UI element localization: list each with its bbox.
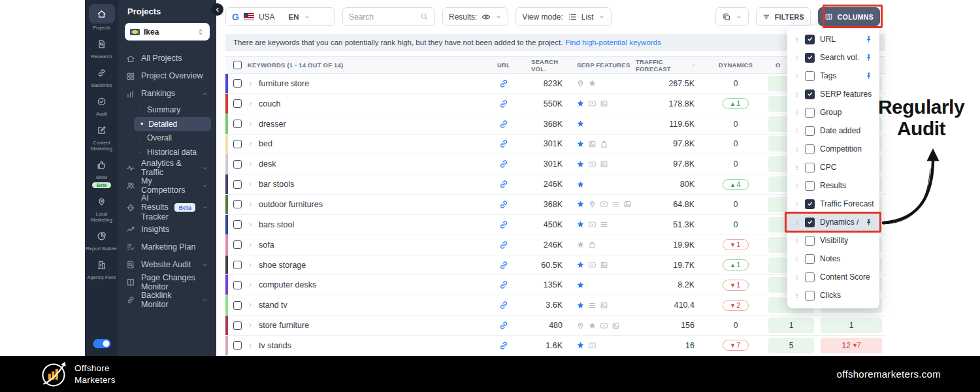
expand-row-icon[interactable]	[247, 282, 253, 288]
row-checkbox[interactable]	[233, 200, 242, 208]
expand-row-icon[interactable]	[247, 262, 253, 269]
url-link-icon[interactable]	[476, 316, 531, 335]
row-checkbox[interactable]	[233, 281, 242, 289]
column-checkbox[interactable]	[805, 254, 815, 264]
sidebar-subitem-summary[interactable]: ·Summary	[118, 103, 216, 117]
keyword-text[interactable]: sofa	[259, 240, 274, 250]
drag-handle-icon[interactable]	[794, 291, 800, 300]
rail-item-agency-pack[interactable]: Agency Pack	[86, 256, 118, 280]
column-checkbox[interactable]	[805, 108, 815, 118]
copy-button[interactable]	[715, 7, 749, 26]
column-option-search-vol[interactable]: Search vol.	[787, 48, 879, 67]
column-checkbox[interactable]	[805, 90, 815, 99]
row-checkbox[interactable]	[233, 180, 242, 189]
sidebar-item-ai-results-tracker[interactable]: AI Results TrackerBeta	[118, 195, 216, 221]
url-link-icon[interactable]	[476, 235, 531, 255]
url-link-icon[interactable]	[476, 74, 531, 93]
row-checkbox[interactable]	[233, 120, 242, 128]
row-checkbox[interactable]	[233, 301, 242, 310]
view-mode-select[interactable]: View mode: List	[515, 7, 611, 26]
keyword-text[interactable]: store furniture	[259, 321, 309, 330]
column-checkbox[interactable]	[805, 163, 815, 172]
column-checkbox[interactable]	[805, 199, 815, 209]
rail-item-smm[interactable]: SMMBeta	[86, 156, 118, 188]
drag-handle-icon[interactable]	[794, 108, 800, 117]
keyword-text[interactable]: bars stool	[259, 220, 294, 229]
expand-row-icon[interactable]	[247, 80, 253, 87]
column-checkbox[interactable]	[805, 126, 815, 136]
url-link-icon[interactable]	[476, 135, 531, 154]
keyword-text[interactable]: bar stools	[259, 180, 294, 189]
rail-item-research[interactable]: Research	[86, 35, 118, 59]
expand-row-icon[interactable]	[247, 322, 253, 329]
url-link-icon[interactable]	[476, 215, 531, 235]
pin-icon[interactable]	[864, 53, 873, 62]
row-checkbox[interactable]	[233, 261, 242, 269]
column-option-notes[interactable]: Notes	[787, 250, 879, 268]
row-checkbox[interactable]	[233, 321, 242, 330]
expand-row-icon[interactable]	[247, 181, 253, 188]
drag-handle-icon[interactable]	[794, 200, 800, 208]
url-link-icon[interactable]	[476, 174, 531, 194]
sidebar-collapse-button[interactable]	[211, 3, 223, 16]
row-checkbox[interactable]	[233, 341, 242, 350]
drag-handle-icon[interactable]	[794, 255, 800, 263]
select-all-checkbox[interactable]	[233, 61, 242, 69]
keyword-text[interactable]: desk	[259, 159, 276, 169]
results-filter[interactable]: Results:	[442, 7, 508, 26]
rail-item-audit[interactable]: Audit	[86, 93, 118, 117]
url-link-icon[interactable]	[476, 154, 531, 174]
expand-row-icon[interactable]	[247, 161, 253, 167]
column-option-date-added[interactable]: Date added	[787, 122, 879, 140]
expand-row-icon[interactable]	[247, 302, 253, 308]
drag-handle-icon[interactable]	[794, 35, 800, 44]
project-selector[interactable]: Ikea	[125, 23, 210, 41]
sidebar-item-marketing-plan[interactable]: Marketing Plan	[118, 238, 216, 256]
url-link-icon[interactable]	[476, 195, 531, 214]
expand-row-icon[interactable]	[247, 242, 253, 248]
expand-row-icon[interactable]	[247, 342, 253, 349]
theme-toggle[interactable]	[93, 339, 110, 348]
column-checkbox[interactable]	[805, 71, 815, 81]
column-option-content-score[interactable]: Content Score	[787, 268, 879, 286]
rail-item-projects[interactable]: Projects	[86, 4, 118, 31]
sidebar-subitem-historical-data[interactable]: ·Historical data	[118, 145, 216, 159]
filters-button[interactable]: FILTERS	[756, 7, 811, 26]
keyword-text[interactable]: couch	[259, 99, 280, 108]
keyword-text[interactable]: outdoor furnitures	[259, 200, 323, 209]
column-option-cpc[interactable]: CPC	[787, 158, 879, 176]
sidebar-item-analytics-traffic[interactable]: Analytics & Traffic	[118, 159, 216, 177]
column-option-url[interactable]: URL	[787, 30, 879, 48]
pin-icon[interactable]	[864, 35, 873, 44]
keyword-text[interactable]: shoe storage	[259, 261, 306, 270]
drag-handle-icon[interactable]	[794, 273, 800, 282]
sidebar-item-website-audit[interactable]: Website Audit	[118, 256, 216, 274]
row-checkbox[interactable]	[233, 220, 242, 229]
sidebar-item-rankings[interactable]: Rankings	[118, 85, 216, 103]
sidebar-item-all-projects[interactable]: All Projects	[118, 50, 216, 67]
sidebar-subitem-detailed[interactable]: •Detailed	[134, 117, 211, 131]
expand-row-icon[interactable]	[247, 140, 253, 147]
keyword-text[interactable]: furniture store	[259, 79, 309, 88]
drag-handle-icon[interactable]	[794, 72, 800, 80]
keyword-text[interactable]: dresser	[259, 120, 286, 129]
column-checkbox[interactable]	[805, 35, 815, 44]
column-checkbox[interactable]	[805, 272, 815, 282]
column-option-group[interactable]: Group	[787, 103, 879, 122]
keyword-text[interactable]: bed	[259, 139, 272, 148]
column-checkbox[interactable]	[805, 291, 815, 301]
column-checkbox[interactable]	[805, 53, 815, 63]
drag-handle-icon[interactable]	[794, 145, 800, 154]
expand-row-icon[interactable]	[247, 201, 253, 208]
expand-row-icon[interactable]	[247, 121, 253, 127]
keyword-search[interactable]	[342, 7, 435, 26]
rail-item-local-marketing[interactable]: Local Marketing	[86, 193, 118, 223]
drag-handle-icon[interactable]	[794, 127, 800, 135]
url-link-icon[interactable]	[476, 94, 531, 114]
sidebar-item-page-changes-monitor[interactable]: Page Changes Monitor	[118, 274, 216, 291]
column-option-results[interactable]: Results	[787, 176, 879, 195]
sidebar-subitem-overall[interactable]: ·Overall	[118, 131, 216, 146]
row-checkbox[interactable]	[233, 160, 242, 169]
drag-handle-icon[interactable]	[794, 182, 800, 190]
rail-item-content-marketing[interactable]: Content Marketing	[86, 122, 118, 152]
